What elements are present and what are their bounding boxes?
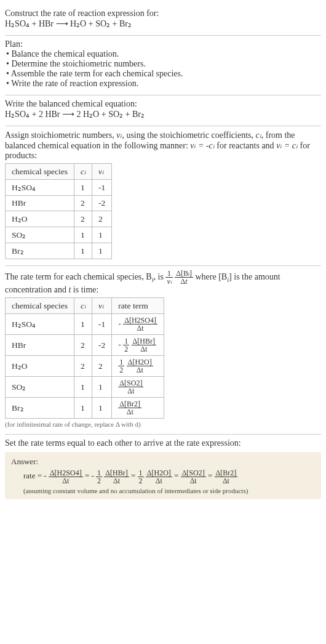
rateterm-text: The rate term for each chemical species,… — [5, 272, 152, 281]
cell: 12 Δ[H2O]Δt — [112, 356, 164, 377]
plan-bullet: • Determine the stoichiometric numbers. — [6, 59, 321, 69]
assign-text: for reactants and — [215, 141, 276, 150]
ci-symbol: cᵢ — [256, 131, 261, 140]
intro-equation: H₂SO₄ + HBr ⟶ H₂O + SO₂ + Br₂ — [5, 18, 321, 29]
cell: H₂O — [6, 356, 74, 377]
assign-text: , using the stoichiometric coefficients, — [122, 131, 255, 140]
col-header: chemical species — [6, 164, 74, 180]
col-header: νᵢ — [92, 164, 112, 180]
balanced-heading: Write the balanced chemical equation: — [5, 99, 321, 109]
rateterm-text: , is — [154, 272, 166, 281]
cell: 2 — [92, 211, 112, 227]
cell: Br₂ — [6, 398, 74, 419]
cell: 1 — [74, 398, 92, 419]
cell: 1 — [74, 377, 92, 398]
assign-text: Assign stoichiometric numbers, — [5, 131, 116, 140]
answer-label: Answer: — [11, 457, 315, 467]
plan-bullet: • Balance the chemical equation. — [6, 49, 321, 59]
stoich-table: chemical species cᵢ νᵢ H₂SO₄1-1 HBr2-2 H… — [5, 163, 112, 259]
cell: Br₂ — [6, 243, 74, 259]
cell: - 12 Δ[HBr]Δt — [112, 335, 164, 356]
cell: 1 — [74, 243, 92, 259]
table-row: Br₂ 1 1 Δ[Br2]Δt — [6, 398, 164, 419]
balanced-equation: H₂SO₄ + 2 HBr ⟶ 2 H₂O + SO₂ + Br₂ — [5, 109, 321, 119]
final-heading: Set the rate terms equal to each other t… — [5, 438, 321, 448]
cell: H₂SO₄ — [6, 180, 74, 196]
rateterm-text: is time: — [71, 285, 98, 294]
col-header: νᵢ — [92, 298, 112, 314]
rule: νᵢ = -cᵢ — [190, 141, 215, 150]
table-row: H₂SO₄1-1 — [6, 180, 112, 196]
cell: H₂SO₄ — [6, 314, 74, 335]
rule: νᵢ = cᵢ — [276, 141, 298, 150]
cell: 2 — [74, 211, 92, 227]
final-section: Set the rate terms equal to each other t… — [5, 435, 321, 505]
rateterm-text: where [B — [195, 272, 227, 281]
table-header-row: chemical species cᵢ νᵢ rate term — [6, 298, 164, 314]
cell: - Δ[H2SO4]Δt — [112, 314, 164, 335]
plan-bullet: • Write the rate of reaction expression. — [6, 79, 321, 89]
table-row: H₂O 2 2 12 Δ[H2O]Δt — [6, 356, 164, 377]
cell: -2 — [92, 335, 112, 356]
assumption-note: (assuming constant volume and no accumul… — [23, 487, 315, 494]
intro-title: Construct the rate of reaction expressio… — [5, 9, 321, 18]
cell: 1 — [92, 227, 112, 243]
cell: Δ[SO2]Δt — [112, 377, 164, 398]
cell: 2 — [74, 196, 92, 211]
cell: HBr — [6, 196, 74, 211]
cell: -1 — [92, 314, 112, 335]
cell: -2 — [92, 196, 112, 211]
balanced-section: Write the balanced chemical equation: H₂… — [5, 95, 321, 126]
rateterm-section: The rate term for each chemical species,… — [5, 266, 321, 435]
cell: 2 — [74, 356, 92, 377]
plan-section: Plan: • Balance the chemical equation. •… — [5, 36, 321, 95]
cell: HBr — [6, 335, 74, 356]
rateterm-table: chemical species cᵢ νᵢ rate term H₂SO₄ 1… — [5, 297, 164, 419]
cell: 1 — [74, 180, 92, 196]
cell: SO₂ — [6, 227, 74, 243]
plan-heading: Plan: — [5, 39, 321, 49]
col-header: cᵢ — [74, 164, 92, 180]
intro-section: Construct the rate of reaction expressio… — [5, 5, 321, 36]
plan-bullet: • Assemble the rate term for each chemic… — [6, 69, 321, 79]
table-row: SO₂11 — [6, 227, 112, 243]
table-row: SO₂ 1 1 Δ[SO2]Δt — [6, 377, 164, 398]
cell: 2 — [92, 356, 112, 377]
cell: SO₂ — [6, 377, 74, 398]
col-header: chemical species — [6, 298, 74, 314]
table-row: H₂O22 — [6, 211, 112, 227]
cell: Δ[Br2]Δt — [112, 398, 164, 419]
table-row: H₂SO₄ 1 -1 - Δ[H2SO4]Δt — [6, 314, 164, 335]
table-row: HBr 2 -2 - 12 Δ[HBr]Δt — [6, 335, 164, 356]
cell: 1 — [92, 243, 112, 259]
cell: H₂O — [6, 211, 74, 227]
cell: 1 — [92, 377, 112, 398]
assign-section: Assign stoichiometric numbers, νᵢ, using… — [5, 126, 321, 266]
cell: 1 — [74, 314, 92, 335]
cell: 1 — [74, 227, 92, 243]
col-header: cᵢ — [74, 298, 92, 314]
cell: 2 — [74, 335, 92, 356]
table-row: Br₂11 — [6, 243, 112, 259]
table-header-row: chemical species cᵢ νᵢ — [6, 164, 112, 180]
answer-box: Answer: rate = - Δ[H2SO4]Δt = - 12 Δ[HBr… — [5, 452, 321, 499]
cell: 1 — [92, 398, 112, 419]
rate-expression: rate = - Δ[H2SO4]Δt = - 12 Δ[HBr]Δt = 12… — [23, 469, 315, 485]
table-row: HBr2-2 — [6, 196, 112, 211]
col-header: rate term — [112, 298, 164, 314]
cell: -1 — [92, 180, 112, 196]
rate-general-frac2: Δ[Bᵢ]Δt — [175, 270, 193, 285]
delta-note: (for infinitesimal rate of change, repla… — [5, 421, 321, 428]
rate-general-frac1: 1νᵢ — [165, 270, 172, 285]
